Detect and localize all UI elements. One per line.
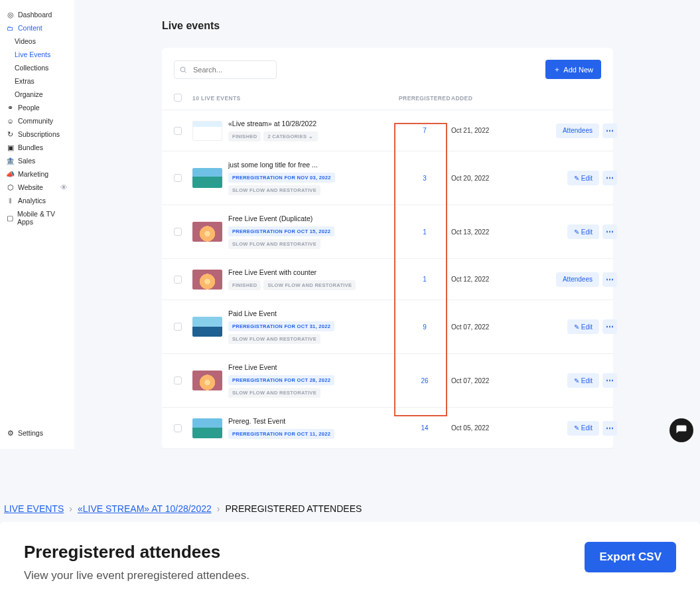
- bundles-icon: ▣: [7, 144, 14, 151]
- event-thumbnail: [192, 418, 222, 438]
- preregistered-count[interactable]: 9: [398, 323, 451, 331]
- edit-label: Edit: [581, 228, 593, 236]
- add-new-label: Add New: [563, 66, 593, 74]
- nav-dashboard[interactable]: ◎ Dashboard: [0, 8, 74, 21]
- admin-app: ◎ Dashboard 🗀 Content Videos Live Events…: [0, 0, 700, 449]
- help-chat-button[interactable]: [669, 418, 693, 442]
- table-row[interactable]: Paid Live EventPREREGISTRATION FOR OCT 3…: [162, 300, 613, 354]
- table-row[interactable]: Free Live Event with counterFINISHEDSLOW…: [162, 259, 613, 300]
- breadcrumb: LIVE EVENTS › «LIVE STREAM» AT 10/28/202…: [0, 495, 700, 522]
- nav-community[interactable]: ☺ Community: [0, 114, 74, 127]
- crumb-live-events[interactable]: LIVE EVENTS: [4, 503, 64, 514]
- th-added[interactable]: ADDED: [451, 95, 537, 102]
- edit-button[interactable]: ✎Edit: [567, 373, 599, 388]
- preregistered-count[interactable]: 7: [398, 127, 451, 134]
- edit-label: Edit: [581, 175, 593, 182]
- row-checkbox[interactable]: [174, 127, 182, 135]
- add-new-button[interactable]: ＋ Add New: [545, 60, 601, 79]
- row-checkbox[interactable]: [174, 174, 182, 182]
- more-actions-button[interactable]: ⋯: [602, 421, 617, 436]
- th-preregistered[interactable]: PREREGISTERED: [398, 95, 451, 102]
- preregistered-count[interactable]: 14: [398, 424, 451, 432]
- chevron-down-icon[interactable]: ⌄: [309, 133, 313, 139]
- export-csv-button[interactable]: Export CSV: [585, 542, 676, 572]
- attendees-card: Preregistered attendees View your live e…: [0, 522, 700, 589]
- nav-mobile-tv[interactable]: ▢ Mobile & TV Apps: [0, 207, 74, 228]
- nav-label: Website: [18, 183, 43, 191]
- row-checkbox[interactable]: [174, 424, 182, 432]
- table-row[interactable]: Free Live Event (Duplicate)PREREGISTRATI…: [162, 205, 613, 259]
- chevron-right-icon: ›: [217, 503, 220, 514]
- preregistered-count[interactable]: 1: [398, 228, 451, 236]
- more-actions-button[interactable]: ⋯: [602, 272, 617, 287]
- event-title: Paid Live Event: [228, 309, 398, 317]
- edit-button[interactable]: ✎Edit: [567, 421, 599, 436]
- attendees-heading: Preregistered attendees: [24, 542, 249, 562]
- nav-label: Marketing: [18, 170, 48, 178]
- subnav-organize[interactable]: Organize: [15, 88, 74, 101]
- event-title: Free Live Event (Duplicate): [228, 214, 398, 222]
- table-row[interactable]: just some long title for free ...PREREGI…: [162, 151, 613, 205]
- attendees-page: LIVE EVENTS › «LIVE STREAM» AT 10/28/202…: [0, 495, 700, 589]
- nav-content[interactable]: 🗀 Content: [0, 21, 74, 35]
- chevron-right-icon: ›: [69, 503, 72, 514]
- subnav-collections[interactable]: Collections: [15, 61, 74, 74]
- row-checkbox[interactable]: [174, 323, 182, 331]
- preregistered-count[interactable]: 3: [398, 175, 451, 182]
- sidebar: ◎ Dashboard 🗀 Content Videos Live Events…: [0, 0, 74, 449]
- nav-people[interactable]: ⚭ People: [0, 101, 74, 114]
- subnav-videos[interactable]: Videos: [15, 35, 74, 48]
- nav-bundles[interactable]: ▣ Bundles: [0, 141, 74, 154]
- more-actions-button[interactable]: ⋯: [602, 373, 617, 388]
- row-checkbox[interactable]: [174, 228, 182, 236]
- subnav-extras[interactable]: Extras: [15, 74, 74, 88]
- row-checkbox[interactable]: [174, 377, 182, 384]
- nav-marketing[interactable]: 📣 Marketing: [0, 167, 74, 181]
- nav-label: Content: [18, 24, 42, 32]
- search-wrapper: [174, 60, 277, 79]
- table-row[interactable]: «Live stream» at 10/28/2022FINISHED2 CAT…: [162, 110, 613, 151]
- attendees-header: Preregistered attendees View your live e…: [24, 542, 676, 582]
- edit-button[interactable]: ✎Edit: [567, 224, 599, 239]
- event-thumbnail: [192, 371, 222, 390]
- preregistered-count[interactable]: 26: [398, 377, 451, 384]
- tag: PREREGISTRATION FOR OCT 15, 2022: [228, 226, 334, 236]
- preregistered-count[interactable]: 1: [398, 276, 451, 283]
- table-row[interactable]: Free Live EventPREREGISTRATION FOR OCT 2…: [162, 354, 613, 408]
- nav-website[interactable]: ⬡ Website 👁: [0, 181, 74, 194]
- table-row[interactable]: Prereg. Test EventPREREGISTRATION FOR OC…: [162, 408, 613, 449]
- added-date: Oct 20, 2022: [451, 175, 537, 182]
- people-icon: ⚭: [7, 104, 14, 112]
- more-actions-button[interactable]: ⋯: [602, 319, 617, 334]
- added-date: Oct 12, 2022: [451, 276, 537, 283]
- tag: PREREGISTRATION FOR NOV 03, 2022: [228, 173, 335, 183]
- attendees-button[interactable]: Attendees: [556, 124, 599, 138]
- nav-label: Mobile & TV Apps: [17, 210, 68, 226]
- nav-settings[interactable]: ⚙ Settings: [0, 426, 74, 440]
- edit-button[interactable]: ✎Edit: [567, 319, 599, 334]
- gear-icon: ⚙: [7, 430, 14, 437]
- svg-point-0: [180, 67, 185, 72]
- event-title: Free Live Event: [228, 363, 398, 371]
- event-tags: PREREGISTRATION FOR NOV 03, 2022SLOW FLO…: [228, 173, 398, 195]
- search-input[interactable]: [174, 60, 277, 79]
- row-checkbox[interactable]: [174, 276, 182, 284]
- select-all-checkbox[interactable]: [174, 94, 182, 102]
- page-title: Live events: [162, 20, 681, 32]
- more-actions-button[interactable]: ⋯: [602, 124, 617, 138]
- nav-sales[interactable]: 🏦 Sales: [0, 154, 74, 167]
- tag: SLOW FLOW AND RESTORATIVE: [228, 239, 320, 249]
- attendees-button[interactable]: Attendees: [556, 272, 599, 287]
- main-content: Live events ＋ Add New 10 LIVE EVENTS PRE…: [74, 0, 700, 449]
- edit-button[interactable]: ✎Edit: [567, 171, 599, 185]
- more-actions-button[interactable]: ⋯: [602, 171, 617, 185]
- edit-label: Edit: [581, 323, 593, 331]
- nav-label: Bundles: [18, 143, 43, 151]
- subnav-live-events[interactable]: Live Events: [15, 48, 74, 61]
- added-date: Oct 07, 2022: [451, 377, 537, 384]
- nav-analytics[interactable]: ⫴ Analytics: [0, 194, 74, 207]
- crumb-event[interactable]: «LIVE STREAM» AT 10/28/2022: [78, 503, 212, 514]
- more-actions-button[interactable]: ⋯: [602, 224, 617, 239]
- nav-subscriptions[interactable]: ↻ Subscriptions: [0, 127, 74, 141]
- devices-icon: ▢: [7, 214, 13, 222]
